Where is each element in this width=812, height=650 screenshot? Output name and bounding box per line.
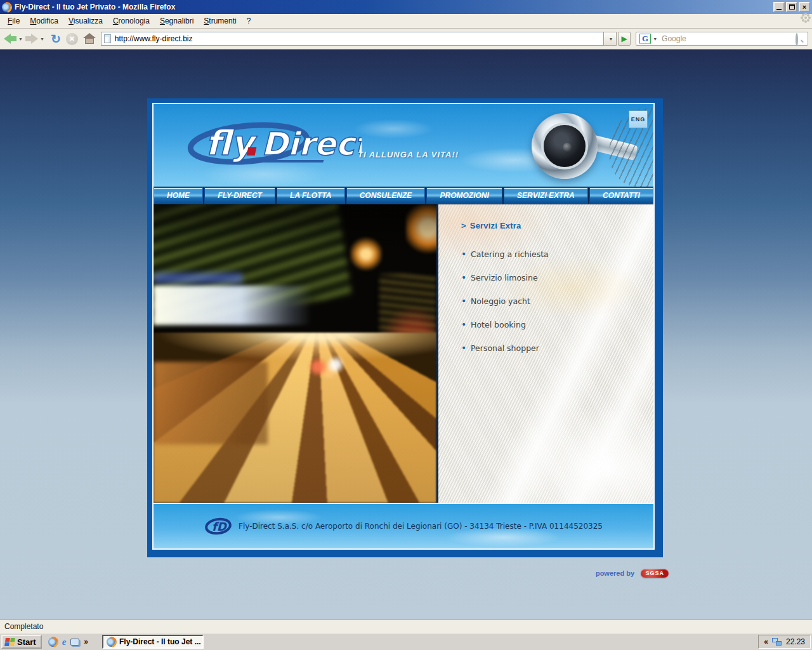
go-button[interactable]: ▶ xyxy=(618,32,631,46)
service-link[interactable]: Servizio limosine xyxy=(461,273,653,282)
search-input[interactable]: Google xyxy=(662,34,796,43)
address-url[interactable]: http://www.fly-direct.biz xyxy=(115,34,601,43)
services-panel: >Servizi Extra Catering a richiestaServi… xyxy=(438,204,653,503)
service-link[interactable]: Catering a richiesta xyxy=(461,249,653,259)
network-icon[interactable] xyxy=(772,638,782,646)
footer-logo-icon: fD xyxy=(204,516,232,536)
search-box[interactable]: G ▼ Google xyxy=(636,32,808,46)
nav-button[interactable]: FLY-DIRECT xyxy=(204,187,275,204)
nav-button[interactable]: SERVIZI EXTRA xyxy=(504,187,588,204)
throbber-icon xyxy=(804,17,807,19)
firefox-icon xyxy=(2,3,11,12)
minimize-icon xyxy=(776,9,782,10)
firefox-quicklaunch-icon[interactable] xyxy=(48,637,58,647)
status-text: Completato xyxy=(4,622,43,631)
forward-button[interactable]: ▼ xyxy=(25,34,44,44)
go-icon: ▶ xyxy=(621,34,627,43)
service-link[interactable]: Hotel booking xyxy=(461,320,653,329)
window-title: Fly-Direct - Il tuo Jet Privato - Mozill… xyxy=(15,3,773,11)
restore-icon xyxy=(789,4,795,10)
close-icon: × xyxy=(802,3,806,11)
site-content: >Servizi Extra Catering a richiestaServi… xyxy=(154,204,653,503)
forward-arrow-icon xyxy=(25,34,38,44)
quicklaunch-overflow-icon[interactable]: » xyxy=(84,637,88,646)
fly-direct-logo: fly Direct xyxy=(184,116,362,170)
nav-button[interactable]: CONTATTI xyxy=(589,187,653,204)
sgsa-logo[interactable]: SGSA xyxy=(641,569,669,578)
menu-item[interactable]: File xyxy=(3,15,25,27)
minimize-button[interactable] xyxy=(773,2,785,12)
windows-logo-icon xyxy=(4,638,15,646)
powered-by-label: powered by xyxy=(596,569,634,577)
status-bar: Completato xyxy=(0,620,812,633)
stop-button[interactable]: ✕ xyxy=(66,33,78,45)
back-dropdown-icon[interactable]: ▼ xyxy=(18,37,23,41)
system-tray: « 22.23 xyxy=(758,635,811,649)
site-header: fly Direct TI ALLUNGA LA VITA!! ENG xyxy=(154,104,653,187)
menu-item[interactable]: Cronologia xyxy=(108,15,155,27)
firefox-task-icon xyxy=(107,637,116,647)
services-list: Catering a richiestaServizio limosineNol… xyxy=(461,249,653,353)
navigation-toolbar: ▼ ▼ ↻ ✕ http://www.fly-direct.biz ▼ ▶ G … xyxy=(0,29,812,50)
menu-item[interactable]: Segnalibri xyxy=(155,15,199,27)
quick-launch: e » xyxy=(48,637,88,647)
home-icon xyxy=(83,33,96,38)
logo-fly-text: fly xyxy=(206,123,258,163)
google-icon: G xyxy=(639,34,651,44)
address-bar[interactable]: http://www.fly-direct.biz xyxy=(101,32,604,46)
start-button[interactable]: Start xyxy=(1,635,42,649)
services-title: >Servizi Extra xyxy=(461,221,653,230)
dropdown-icon: ▼ xyxy=(609,37,613,41)
menu-item[interactable]: Visualizza xyxy=(63,15,108,27)
svg-text:fD: fD xyxy=(212,520,228,533)
taskbar-firefox-window-button[interactable]: Fly-Direct - Il tuo Jet ... xyxy=(102,635,204,649)
night-street-photo xyxy=(154,204,436,503)
show-desktop-icon[interactable] xyxy=(70,639,79,646)
nav-button[interactable]: HOME xyxy=(154,187,203,204)
back-arrow-icon xyxy=(4,34,16,44)
footer-address: Fly-Direct S.a.S. c/o Aeroporto di Ronch… xyxy=(239,522,603,531)
page-icon xyxy=(104,34,111,43)
title-arrow-icon: > xyxy=(461,221,466,230)
forward-dropdown-icon[interactable]: ▼ xyxy=(40,37,44,41)
menu-item[interactable]: Strumenti xyxy=(199,15,241,27)
window-titlebar[interactable]: Fly-Direct - Il tuo Jet Privato - Mozill… xyxy=(0,0,812,14)
service-link[interactable]: Noleggio yacht xyxy=(461,296,653,306)
tray-collapse-icon[interactable]: « xyxy=(764,637,768,646)
site-tagline: TI ALLUNGA LA VITA!! xyxy=(358,150,459,159)
restore-button[interactable] xyxy=(786,2,797,12)
browser-viewport: fly Direct TI ALLUNGA LA VITA!! ENG xyxy=(0,50,812,620)
nav-button[interactable]: LA FLOTTA xyxy=(277,187,345,204)
menu-bar: FileModificaVisualizzaCronologiaSegnalib… xyxy=(0,14,812,29)
service-link[interactable]: Personal shopper xyxy=(461,343,653,353)
site-navigation: HOMEFLY-DIRECTLA FLOTTACONSULENZEPROMOZI… xyxy=(154,187,653,204)
close-button[interactable]: × xyxy=(799,2,810,12)
menu-item[interactable]: Modifica xyxy=(25,15,63,27)
back-button[interactable]: ▼ xyxy=(4,34,23,44)
menu-item[interactable]: ? xyxy=(242,15,256,27)
home-button[interactable] xyxy=(83,33,96,44)
search-icon[interactable] xyxy=(796,34,804,43)
site-footer: fD Fly-Direct S.a.S. c/o Aeroporto di Ro… xyxy=(154,503,653,548)
nav-button[interactable]: CONSULENZE xyxy=(346,187,426,204)
powered-by: powered by SGSA xyxy=(147,567,669,578)
site-container: fly Direct TI ALLUNGA LA VITA!! ENG xyxy=(147,98,663,557)
screen: Fly-Direct - Il tuo Jet Privato - Mozill… xyxy=(0,0,812,650)
taskbar: Start e » Fly-Direct - Il tuo Jet ... « … xyxy=(0,633,812,650)
search-engine-dropdown-icon[interactable]: ▼ xyxy=(653,37,657,41)
reload-button[interactable]: ↻ xyxy=(51,33,61,45)
stop-icon: ✕ xyxy=(69,35,75,43)
address-dropdown-button[interactable]: ▼ xyxy=(604,32,617,46)
nav-button[interactable]: PROMOZIONI xyxy=(426,187,502,204)
language-eng-button[interactable]: ENG xyxy=(629,110,648,128)
tray-clock: 22.23 xyxy=(786,637,805,646)
internet-explorer-icon[interactable]: e xyxy=(62,637,67,647)
logo-direct-text: Direct xyxy=(261,126,362,162)
